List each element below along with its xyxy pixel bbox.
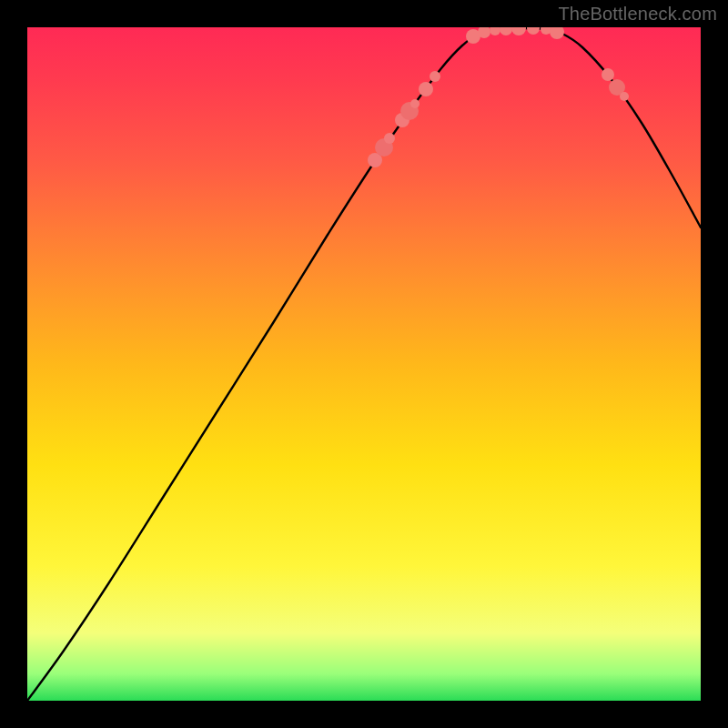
highlight-dot [620,92,629,101]
highlight-dot [419,82,433,96]
chart-container: TheBottleneck.com [0,0,728,728]
highlight-dot [384,133,395,144]
plot-area [27,27,701,701]
highlight-dot [410,99,420,108]
highlight-dot [511,27,526,35]
highlight-dot [490,27,500,35]
highlight-dot [500,27,512,35]
highlight-dot [550,27,564,39]
highlight-dot [430,71,440,82]
curve-svg [27,27,701,701]
highlight-dot [527,27,540,35]
highlight-dot [602,68,614,81]
highlight-dots [368,27,629,167]
watermark-text: TheBottleneck.com [558,4,717,25]
bottleneck-curve [27,28,701,701]
